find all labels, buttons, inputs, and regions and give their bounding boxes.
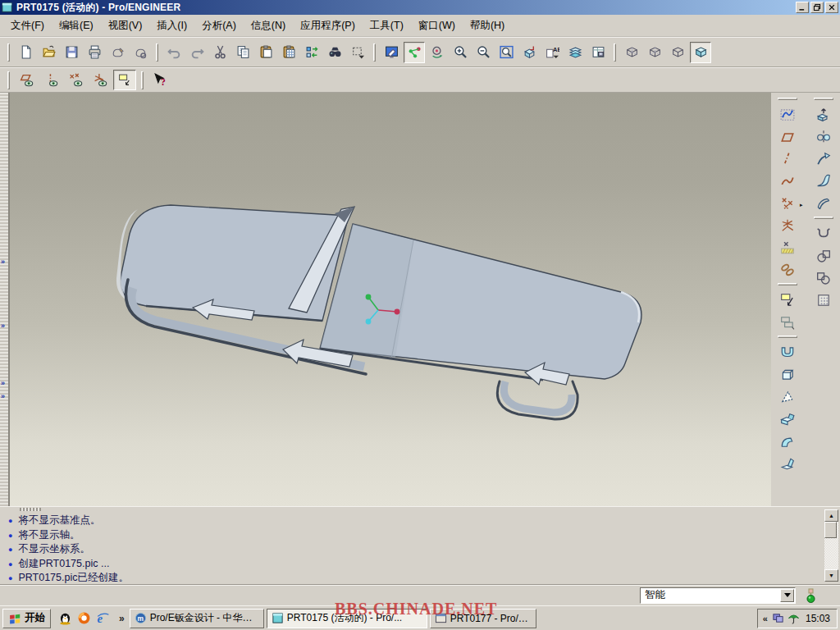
shaded-button[interactable] bbox=[690, 42, 711, 63]
print-button[interactable] bbox=[84, 42, 105, 63]
toolbar-grip[interactable] bbox=[778, 283, 797, 285]
flyout-arrow-icon[interactable]: ▸ bbox=[800, 202, 803, 208]
wireframe-button[interactable] bbox=[621, 42, 642, 63]
new-file-button[interactable] bbox=[15, 42, 36, 63]
extrude-button[interactable] bbox=[813, 103, 835, 126]
task-button-3[interactable]: PRT0177 - Pro/ENGINEE... bbox=[430, 609, 536, 628]
sm-wall-button[interactable] bbox=[777, 363, 799, 386]
sm-flange-button[interactable] bbox=[777, 408, 799, 430]
menu-window[interactable]: 窗口(W) bbox=[411, 16, 463, 35]
menu-view[interactable]: 视图(V) bbox=[101, 16, 150, 35]
toolbar-grip[interactable] bbox=[814, 98, 833, 100]
datum-point-toggle-button[interactable] bbox=[64, 70, 87, 90]
regenerate-button[interactable] bbox=[301, 42, 322, 63]
reorient-button[interactable] bbox=[518, 42, 540, 63]
sm-twist-button[interactable] bbox=[777, 452, 799, 474]
splitter-chevron-icon[interactable]: » bbox=[1, 322, 5, 330]
zoom-in-button[interactable] bbox=[450, 42, 471, 63]
boundary-blend-button[interactable] bbox=[813, 192, 835, 214]
erase-display-button[interactable] bbox=[107, 42, 128, 63]
toolbar-grip[interactable] bbox=[814, 217, 833, 219]
message-scrollbar[interactable]: ▲ ▼ bbox=[824, 509, 838, 582]
ie-shortcut[interactable]: e bbox=[94, 610, 111, 627]
close-button[interactable] bbox=[825, 2, 838, 13]
quick-launch-overflow[interactable]: » bbox=[116, 613, 127, 624]
menu-help[interactable]: 帮助(H) bbox=[463, 16, 512, 35]
display-tray-icon[interactable] bbox=[772, 612, 784, 624]
bend-back2-button[interactable] bbox=[813, 267, 835, 289]
scroll-up-button[interactable]: ▲ bbox=[824, 509, 838, 522]
cut-button[interactable] bbox=[209, 42, 231, 63]
repaint-button[interactable] bbox=[381, 42, 402, 63]
sm-flat-wall-button[interactable] bbox=[777, 386, 799, 408]
menu-applications[interactable]: 应用程序(P) bbox=[293, 16, 363, 35]
tray-chevron[interactable]: « bbox=[763, 614, 768, 623]
csys-toggle-button[interactable] bbox=[89, 70, 112, 90]
delete-display-button[interactable] bbox=[130, 42, 151, 63]
open-folder-button[interactable] bbox=[38, 42, 59, 63]
menu-edit[interactable]: 编辑(E) bbox=[52, 16, 101, 35]
sweep-button[interactable] bbox=[813, 148, 835, 170]
paste-button[interactable] bbox=[255, 42, 276, 63]
scrollbar-track[interactable] bbox=[824, 522, 838, 569]
select-button[interactable] bbox=[347, 42, 368, 63]
task-button-1[interactable]: mPro/E钣金设计 - 中华设... bbox=[130, 609, 264, 628]
toolbar-grip[interactable] bbox=[141, 71, 144, 89]
message-splitter-handle[interactable] bbox=[20, 508, 41, 511]
view-manager-button[interactable] bbox=[587, 42, 609, 63]
paste-special-button[interactable] bbox=[278, 42, 299, 63]
datum-csys-button[interactable] bbox=[777, 214, 799, 236]
bend-back-button[interactable] bbox=[813, 244, 835, 267]
qq-shortcut[interactable] bbox=[57, 610, 73, 627]
scrollbar-thumb[interactable] bbox=[824, 522, 837, 538]
restore-button[interactable] bbox=[810, 2, 824, 13]
sm-unbend-button[interactable] bbox=[777, 341, 799, 363]
swirl-shortcut[interactable] bbox=[75, 610, 92, 627]
splitter-chevron-icon[interactable]: » bbox=[1, 258, 5, 266]
task-button-2[interactable]: PRT0175 (活动的) - Pro/... bbox=[267, 609, 427, 628]
find-button[interactable] bbox=[324, 42, 345, 63]
sm-round-bend-button[interactable] bbox=[777, 430, 799, 452]
datum-point-button[interactable]: ▸ bbox=[777, 192, 799, 214]
context-help-button[interactable]: ? bbox=[148, 70, 171, 90]
orient-mode-button[interactable] bbox=[427, 42, 448, 63]
toolbar-grip[interactable] bbox=[614, 43, 616, 62]
hidden-line-button[interactable] bbox=[644, 42, 665, 63]
unbend-button[interactable] bbox=[813, 222, 835, 244]
selection-filter-combo[interactable]: 智能 bbox=[640, 587, 796, 604]
datum-curve-button[interactable] bbox=[777, 170, 799, 192]
refit-button[interactable] bbox=[495, 42, 517, 63]
flat-state-button[interactable] bbox=[777, 311, 799, 333]
annotation-button[interactable]: AB bbox=[541, 42, 563, 63]
layers-button[interactable] bbox=[564, 42, 586, 63]
revolve-button[interactable] bbox=[813, 126, 835, 148]
start-button[interactable]: 开始 bbox=[2, 609, 51, 628]
toolbar-grip[interactable] bbox=[156, 43, 158, 62]
spin-center-button[interactable] bbox=[404, 42, 425, 63]
redo-button[interactable] bbox=[186, 42, 208, 63]
blend-button[interactable] bbox=[813, 170, 835, 192]
save-button[interactable] bbox=[61, 42, 82, 63]
no-hidden-button[interactable] bbox=[667, 42, 688, 63]
use-edge-button[interactable] bbox=[777, 258, 799, 281]
style-tool-button[interactable] bbox=[777, 103, 799, 126]
menu-tools[interactable]: 工具(T) bbox=[363, 16, 411, 35]
toolbar-grip[interactable] bbox=[7, 43, 10, 62]
datum-plane-button[interactable] bbox=[777, 126, 799, 148]
scroll-down-button[interactable]: ▼ bbox=[824, 569, 838, 582]
copy-button[interactable] bbox=[232, 42, 253, 63]
flat-pattern-button[interactable] bbox=[777, 289, 799, 311]
minimize-button[interactable] bbox=[796, 2, 809, 13]
datum-axis-button[interactable] bbox=[777, 148, 799, 170]
datum-axis-toggle-button[interactable] bbox=[39, 70, 62, 90]
menu-info[interactable]: 信息(N) bbox=[244, 16, 293, 35]
toolbar-grip[interactable] bbox=[373, 43, 376, 62]
splitter-chevron-icon[interactable]: » bbox=[1, 380, 5, 387]
menu-insert[interactable]: 插入(I) bbox=[149, 16, 194, 35]
toolbar-grip[interactable] bbox=[778, 98, 797, 100]
splitter-chevron-icon[interactable]: » bbox=[1, 393, 5, 400]
zoom-out-button[interactable] bbox=[472, 42, 494, 63]
undo-button[interactable] bbox=[163, 42, 185, 63]
combo-dropdown-button[interactable] bbox=[780, 589, 794, 602]
punch-button[interactable] bbox=[813, 289, 835, 311]
